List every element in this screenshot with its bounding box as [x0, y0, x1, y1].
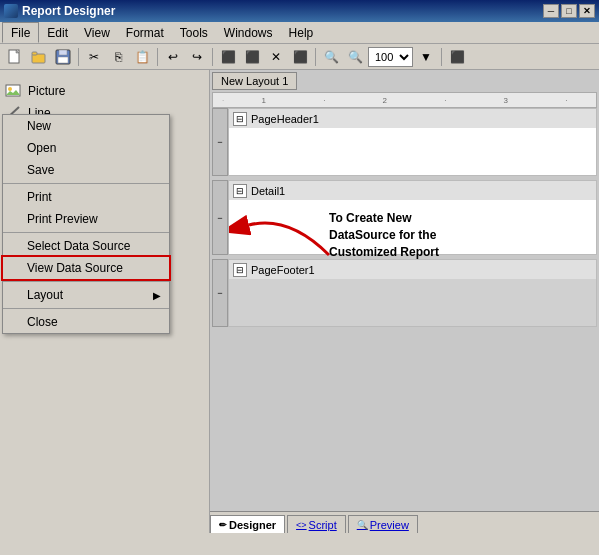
- align-center-button[interactable]: ⬛: [241, 46, 263, 68]
- menu-item-new[interactable]: New: [3, 115, 169, 137]
- tab-script[interactable]: <> Script: [287, 515, 346, 533]
- menu-item-close[interactable]: Close: [3, 311, 169, 333]
- menu-item-layout-label: Layout: [27, 288, 63, 302]
- menu-item-close-label: Close: [27, 315, 58, 329]
- menu-item-print-preview[interactable]: Print Preview: [3, 208, 169, 230]
- menu-view[interactable]: View: [76, 22, 118, 43]
- file-dropdown-menu: New Open Save Print Print Preview Select…: [2, 114, 170, 334]
- cut-button[interactable]: ✂: [83, 46, 105, 68]
- svg-point-8: [8, 87, 12, 91]
- page-header-section: − ⊟ PageHeader1: [212, 108, 597, 176]
- layout-button[interactable]: ⬛: [446, 46, 468, 68]
- menu-item-print-preview-label: Print Preview: [27, 212, 98, 226]
- zoom-combo[interactable]: 100 75 150: [368, 47, 413, 67]
- app-icon: [4, 4, 18, 18]
- redo-button[interactable]: ↪: [186, 46, 208, 68]
- menu-bar: File Edit View Format Tools Windows Help: [0, 22, 599, 44]
- layout-submenu-arrow: ▶: [153, 290, 161, 301]
- menu-item-open[interactable]: Open: [3, 137, 169, 159]
- detail-band[interactable]: ⊟ Detail1: [228, 180, 597, 200]
- designer-tab-icon: ✏: [219, 520, 227, 530]
- page-footer-band[interactable]: ⊟ PageFooter1: [228, 259, 597, 279]
- minimize-button[interactable]: ─: [543, 4, 559, 18]
- menu-item-view-datasource[interactable]: View Data Source: [3, 257, 169, 279]
- svg-rect-5: [59, 50, 67, 55]
- toolbar-separator-2: [157, 48, 158, 66]
- menu-item-view-datasource-label: View Data Source: [27, 261, 123, 275]
- menu-separator-4: [3, 308, 169, 309]
- open-button[interactable]: [28, 46, 50, 68]
- menu-item-save-label: Save: [27, 163, 54, 177]
- menu-file[interactable]: File: [2, 22, 39, 43]
- ruler: · 1·2·3·: [212, 92, 597, 108]
- tab-preview[interactable]: 🔍 Preview: [348, 515, 418, 533]
- page-footer-collapse[interactable]: −: [212, 259, 228, 327]
- page-header-collapse[interactable]: −: [212, 108, 228, 176]
- main-area: Picture Line PageBreak Barcode SubReport: [0, 70, 599, 533]
- page-header-icon: ⊟: [233, 112, 247, 126]
- select-button[interactable]: ⬛: [289, 46, 311, 68]
- detail-collapse[interactable]: −: [212, 180, 228, 255]
- layout-title: New Layout 1: [212, 72, 297, 90]
- tab-designer-label: Designer: [229, 519, 276, 531]
- tab-script-label: Script: [309, 519, 337, 531]
- save-button[interactable]: [52, 46, 74, 68]
- menu-windows[interactable]: Windows: [216, 22, 281, 43]
- page-header-band[interactable]: ⊟ PageHeader1: [228, 108, 597, 128]
- align-left-button[interactable]: ⬛: [217, 46, 239, 68]
- designer-panel: New Layout 1 · 1·2·3· − ⊟ PageHeader1: [210, 70, 599, 533]
- menu-item-new-label: New: [27, 119, 51, 133]
- annotation-text: To Create NewDataSource for theCustomize…: [329, 210, 439, 260]
- svg-rect-3: [32, 52, 37, 55]
- page-footer-section: − ⊟ PageFooter1: [212, 259, 597, 327]
- menu-separator-1: [3, 183, 169, 184]
- toolbar: ✂ ⎘ 📋 ↩ ↪ ⬛ ⬛ ✕ ⬛ 🔍 🔍 100 75 150 ▼ ⬛: [0, 44, 599, 70]
- menu-format[interactable]: Format: [118, 22, 172, 43]
- paste-button[interactable]: 📋: [131, 46, 153, 68]
- detail-icon: ⊟: [233, 184, 247, 198]
- title-bar: Report Designer ─ □ ✕: [0, 0, 599, 22]
- menu-item-save[interactable]: Save: [3, 159, 169, 181]
- picture-icon: [4, 82, 22, 100]
- window-controls: ─ □ ✕: [543, 4, 595, 18]
- menu-item-open-label: Open: [27, 141, 56, 155]
- svg-rect-6: [58, 57, 68, 63]
- toolbar-separator-4: [315, 48, 316, 66]
- menu-edit[interactable]: Edit: [39, 22, 76, 43]
- detail-content: To Create NewDataSource for theCustomize…: [228, 200, 597, 255]
- zoom-out-button[interactable]: 🔍: [320, 46, 342, 68]
- page-header-label: PageHeader1: [251, 113, 319, 125]
- detail-section: − ⊟ Detail1: [212, 180, 597, 255]
- menu-item-select-datasource[interactable]: Select Data Source: [3, 235, 169, 257]
- page-footer-icon: ⊟: [233, 263, 247, 277]
- new-button[interactable]: [4, 46, 26, 68]
- page-header-content: [228, 128, 597, 176]
- toolbar-separator-1: [78, 48, 79, 66]
- menu-item-select-datasource-label: Select Data Source: [27, 239, 130, 253]
- close-button[interactable]: ✕: [579, 4, 595, 18]
- menu-item-print-label: Print: [27, 190, 52, 204]
- delete-button[interactable]: ✕: [265, 46, 287, 68]
- designer-tabs: ✏ Designer <> Script 🔍 Preview: [210, 511, 599, 533]
- copy-button[interactable]: ⎘: [107, 46, 129, 68]
- menu-separator-3: [3, 281, 169, 282]
- tab-designer[interactable]: ✏ Designer: [210, 515, 285, 533]
- script-tab-icon: <>: [296, 520, 307, 530]
- page-footer-content: [228, 279, 597, 327]
- window-title: Report Designer: [22, 4, 543, 18]
- menu-item-print[interactable]: Print: [3, 186, 169, 208]
- zoom-apply-button[interactable]: ▼: [415, 46, 437, 68]
- menu-tools[interactable]: Tools: [172, 22, 216, 43]
- page-footer-label: PageFooter1: [251, 264, 315, 276]
- undo-button[interactable]: ↩: [162, 46, 184, 68]
- tool-picture[interactable]: Picture: [0, 80, 209, 102]
- maximize-button[interactable]: □: [561, 4, 577, 18]
- toolbar-separator-5: [441, 48, 442, 66]
- tab-preview-label: Preview: [370, 519, 409, 531]
- zoom-in-button[interactable]: 🔍: [344, 46, 366, 68]
- toolbar-separator-3: [212, 48, 213, 66]
- tool-picture-label: Picture: [28, 84, 65, 98]
- menu-item-layout[interactable]: Layout ▶: [3, 284, 169, 306]
- menu-help[interactable]: Help: [281, 22, 322, 43]
- detail-label: Detail1: [251, 185, 285, 197]
